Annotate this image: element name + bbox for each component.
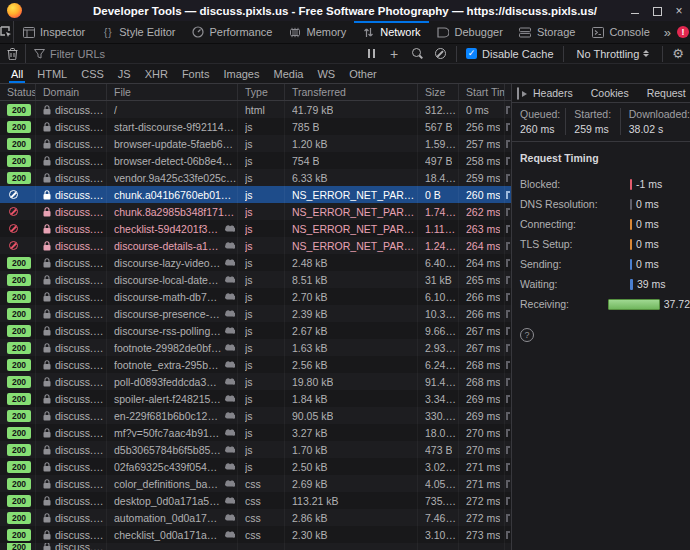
- timing-label: Receiving:: [520, 298, 608, 310]
- file-text: chunk.a041b6760eb01965eee5.d4: [114, 189, 237, 201]
- type-cell: js: [238, 373, 285, 390]
- size-cell: 6.10 kB: [418, 288, 459, 305]
- domain-text: discuss.pixls.us: [55, 223, 106, 235]
- column-header-size[interactable]: Size: [418, 84, 459, 100]
- request-row[interactable]: 200discuss.pixls.usdesktop_0d0a171a5bd8e…: [0, 492, 511, 509]
- filter-other[interactable]: Other: [342, 64, 384, 83]
- request-row[interactable]: 200discuss.pixls.usstart-discourse-9f921…: [0, 118, 511, 135]
- request-row[interactable]: 200discuss.pixls.usd5b3065784b6f5b85ab87…: [0, 441, 511, 458]
- file-text: footnote-29982de0bf91e537d: [114, 342, 222, 354]
- timing-bar: [630, 179, 632, 190]
- minimize-button[interactable]: [630, 6, 640, 16]
- start-time-cell: 270 ms: [459, 441, 505, 458]
- maximize-button[interactable]: [652, 6, 662, 16]
- request-row[interactable]: 200discuss.pixls.us: [0, 543, 511, 550]
- request-row[interactable]: 200discuss.pixls.usautomation_0d0a171a5b…: [0, 509, 511, 526]
- request-row[interactable]: 200discuss.pixls.uspoll-d0893feddcda34f6…: [0, 373, 511, 390]
- clear-requests-button[interactable]: [0, 44, 26, 63]
- request-row[interactable]: discuss.pixls.uschecklist-59d4201f372292…: [0, 220, 511, 237]
- request-row[interactable]: 200discuss.pixls.uschecklist_0d0a171a5bd…: [0, 526, 511, 543]
- network-settings-gear-icon[interactable]: ⚙: [672, 46, 684, 61]
- waterfall-mark: [506, 463, 510, 471]
- timing-help-icon[interactable]: ?: [520, 328, 534, 342]
- request-filter-bar: AllHTMLCSSJSXHRFontsImagesMediaWSOther: [0, 64, 690, 84]
- transferred-cell: 785 B: [285, 118, 418, 135]
- throttling-select[interactable]: No Throttling: [573, 48, 654, 60]
- title-bar: Developer Tools — discuss.pixls.us - Fre…: [0, 0, 690, 21]
- request-row[interactable]: 200discuss.pixls.usfootnote_extra-295b45…: [0, 356, 511, 373]
- timing-label: TLS Setup:: [520, 238, 630, 250]
- filter-css[interactable]: CSS: [74, 64, 111, 83]
- details-tab-headers[interactable]: Headers: [524, 87, 582, 99]
- error-count-badge[interactable]: ! 4: [677, 26, 690, 38]
- filter-js[interactable]: JS: [111, 64, 138, 83]
- pause-traffic-icon[interactable]: [364, 47, 378, 61]
- start-time-cell: 266 ms: [459, 305, 505, 322]
- start-time-cell: 259 ms: [459, 169, 505, 186]
- request-row[interactable]: discuss.pixls.uschunk.a041b6760eb01965ee…: [0, 186, 511, 203]
- column-header-start-time[interactable]: Start Time: [459, 84, 505, 100]
- request-row[interactable]: 200discuss.pixls.usspoiler-alert-f248215…: [0, 390, 511, 407]
- summary-label: Queued:: [520, 108, 565, 120]
- tab-memory[interactable]: Memory: [280, 21, 354, 43]
- request-row[interactable]: 200discuss.pixls.us02fa69325c439f0545d46…: [0, 458, 511, 475]
- status-badge: 200: [7, 543, 31, 550]
- size-cell: 330.26 kB: [418, 407, 459, 424]
- block-requests-icon[interactable]: [433, 47, 447, 61]
- search-icon[interactable]: [410, 47, 424, 61]
- summary-queued: Queued:260 ms: [512, 108, 566, 135]
- tab-style-editor[interactable]: { }Style Editor: [93, 21, 183, 43]
- file-cell: footnote-29982de0bf91e537d: [107, 339, 238, 356]
- pane-toggle-icon[interactable]: [517, 87, 519, 100]
- filter-fonts[interactable]: Fonts: [175, 64, 217, 83]
- filter-html[interactable]: HTML: [30, 64, 74, 83]
- request-row[interactable]: 200discuss.pixls.us/html41.79 kB312.83 k…: [0, 101, 511, 118]
- status-cell: 200: [0, 254, 36, 271]
- request-row[interactable]: 200discuss.pixls.uscolor_definitions_bas…: [0, 475, 511, 492]
- column-header-domain[interactable]: Domain: [36, 84, 107, 100]
- tab-debugger[interactable]: Debugger: [429, 21, 511, 43]
- filter-media[interactable]: Media: [266, 64, 310, 83]
- request-row[interactable]: discuss.pixls.usdiscourse-details-a19980…: [0, 237, 511, 254]
- new-request-icon[interactable]: +: [387, 47, 401, 61]
- filter-images[interactable]: Images: [216, 64, 266, 83]
- request-row[interactable]: 200discuss.pixls.usdiscourse-math-db7761…: [0, 288, 511, 305]
- tab-storage[interactable]: Storage: [511, 21, 584, 43]
- request-row[interactable]: 200discuss.pixls.usbrowser-update-5faeb6…: [0, 135, 511, 152]
- tab-performance[interactable]: Performance: [184, 21, 281, 43]
- request-row[interactable]: 200discuss.pixls.usbrowser-detect-06b8e4…: [0, 152, 511, 169]
- size-cell: 4.05 kB: [418, 475, 459, 492]
- request-row[interactable]: 200discuss.pixls.usvendor.9a425c33fe025c…: [0, 169, 511, 186]
- tab-inspector[interactable]: Inspector: [14, 21, 93, 43]
- filter-ws[interactable]: WS: [310, 64, 342, 83]
- details-tab-cookies[interactable]: Cookies: [582, 87, 638, 99]
- filter-xhr[interactable]: XHR: [138, 64, 175, 83]
- request-row[interactable]: discuss.pixls.uschunk.8a2985b348f17169f9…: [0, 203, 511, 220]
- column-header-file[interactable]: File: [107, 84, 238, 100]
- more-tabs-button[interactable]: »: [658, 21, 677, 43]
- pick-element-button[interactable]: [0, 21, 14, 43]
- filter-urls-input[interactable]: [50, 48, 270, 60]
- tab-console[interactable]: Console: [583, 21, 657, 43]
- details-tab-request[interactable]: Request: [638, 87, 690, 99]
- status-cell: 200: [0, 101, 36, 118]
- request-row[interactable]: 200discuss.pixls.usdiscourse-local-dates…: [0, 271, 511, 288]
- request-row[interactable]: 200discuss.pixls.usdiscourse-lazy-videos…: [0, 254, 511, 271]
- disable-cache-checkbox[interactable]: ✓ Disable Cache: [466, 48, 554, 60]
- request-row[interactable]: 200discuss.pixls.usdiscourse-presence-fa…: [0, 305, 511, 322]
- close-button[interactable]: ×: [674, 6, 684, 16]
- column-header-transferred[interactable]: Transferred: [285, 84, 418, 100]
- column-header-status[interactable]: Status: [0, 84, 36, 100]
- tab-label: Console: [609, 26, 649, 38]
- domain-text: discuss.pixls.us: [55, 342, 106, 354]
- size-cell: [418, 543, 459, 550]
- request-row[interactable]: 200discuss.pixls.usdiscourse-rss-polling…: [0, 322, 511, 339]
- column-header-type[interactable]: Type: [238, 84, 285, 100]
- request-row[interactable]: 200discuss.pixls.usmf?v=50fc7aac4b913b2f…: [0, 424, 511, 441]
- tab-network[interactable]: Network: [354, 21, 428, 43]
- request-row[interactable]: 200discuss.pixls.usfootnote-29982de0bf91…: [0, 339, 511, 356]
- size-cell: 0 B: [418, 186, 459, 203]
- filter-all[interactable]: All: [4, 64, 30, 83]
- request-row[interactable]: 200discuss.pixls.usen-229f681b6b0c129302…: [0, 407, 511, 424]
- waterfall-mark: [506, 276, 510, 284]
